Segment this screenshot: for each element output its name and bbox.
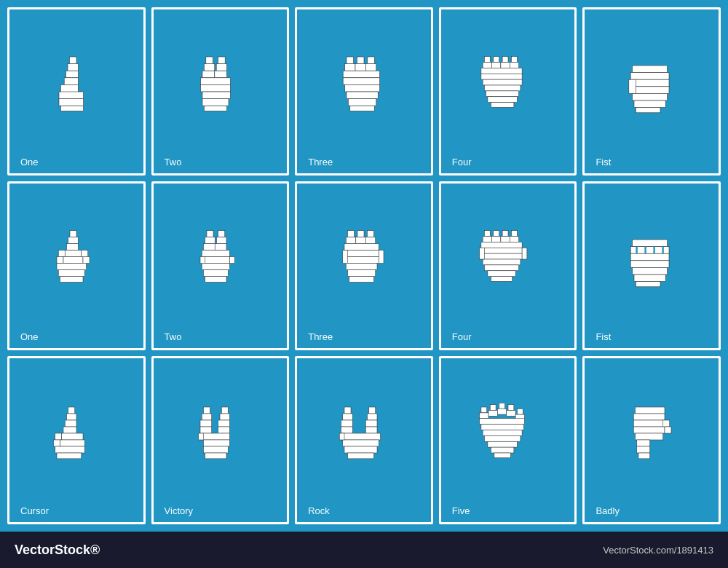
svg-rect-45 [486, 91, 518, 97]
svg-rect-159 [480, 407, 486, 413]
svg-rect-114 [630, 253, 669, 261]
svg-rect-10 [206, 57, 213, 64]
svg-rect-179 [633, 427, 665, 433]
svg-rect-36 [511, 56, 517, 62]
cell-victory-label: Victory [165, 505, 194, 516]
svg-rect-38 [491, 62, 500, 68]
svg-rect-144 [205, 453, 226, 459]
svg-rect-143 [204, 446, 229, 453]
svg-rect-51 [630, 86, 669, 93]
cell-three-point: Three [295, 7, 433, 175]
svg-rect-151 [365, 420, 377, 427]
svg-rect-183 [638, 453, 650, 459]
svg-rect-100 [491, 236, 500, 242]
cell-one-point-label: One [20, 157, 39, 167]
svg-rect-57 [68, 237, 79, 244]
cell-rock-label: Rock [308, 505, 330, 516]
svg-rect-46 [487, 96, 517, 102]
svg-rect-76 [202, 264, 230, 270]
svg-rect-87 [344, 244, 379, 251]
svg-rect-115 [630, 261, 669, 268]
svg-rect-44 [484, 85, 521, 91]
cell-victory: Victory [151, 356, 290, 524]
svg-rect-102 [510, 236, 518, 242]
svg-rect-3 [64, 77, 78, 84]
svg-rect-55 [629, 79, 636, 93]
svg-rect-167 [506, 411, 515, 417]
svg-rect-154 [341, 433, 380, 440]
svg-rect-47 [491, 102, 514, 107]
svg-rect-86 [365, 237, 376, 244]
cell-cursor-label: Cursor [20, 505, 49, 516]
svg-rect-147 [369, 407, 376, 414]
svg-rect-92 [349, 277, 374, 283]
svg-rect-126 [63, 427, 76, 433]
cell-badly-label: Badly [596, 505, 620, 516]
svg-rect-109 [491, 277, 512, 282]
svg-rect-41 [480, 68, 521, 74]
svg-rect-16 [201, 77, 231, 84]
svg-rect-174 [491, 447, 514, 453]
cell-four-back: Four [439, 181, 577, 350]
svg-rect-24 [345, 63, 355, 71]
svg-rect-40 [510, 62, 518, 68]
brand-name: VectorStock® [15, 543, 100, 558]
svg-rect-101 [500, 236, 509, 242]
svg-rect-58 [66, 244, 78, 251]
svg-rect-52 [633, 93, 668, 100]
svg-rect-75 [202, 257, 230, 264]
svg-rect-68 [207, 231, 213, 237]
hand-five-icon [452, 366, 564, 502]
svg-rect-131 [55, 446, 85, 453]
cell-fist-back-label: Fist [596, 331, 611, 342]
hand-rock-icon [308, 366, 420, 502]
svg-rect-103 [480, 242, 521, 248]
hand-badly-icon [596, 366, 708, 502]
cell-two-point-label: Two [165, 157, 182, 167]
svg-rect-90 [346, 264, 377, 270]
svg-rect-9 [60, 106, 83, 111]
svg-rect-50 [630, 79, 669, 87]
cell-two-back-label: Two [165, 331, 182, 342]
cell-rock: Rock [295, 356, 433, 524]
svg-rect-27 [343, 71, 379, 78]
svg-rect-152 [341, 427, 352, 433]
svg-rect-97 [502, 231, 508, 237]
cell-fist-point-label: Fist [596, 157, 611, 167]
cell-five-label: Five [452, 505, 470, 516]
svg-rect-89 [344, 257, 379, 264]
svg-rect-120 [645, 247, 646, 254]
svg-rect-67 [82, 251, 88, 257]
svg-rect-157 [347, 453, 373, 459]
hand-grid: One Two [7, 7, 721, 524]
svg-rect-34 [493, 56, 499, 62]
svg-rect-13 [217, 63, 227, 71]
svg-rect-177 [633, 414, 665, 420]
svg-rect-56 [70, 231, 76, 237]
svg-rect-125 [65, 420, 76, 427]
svg-rect-29 [345, 84, 380, 92]
cell-badly: Badly [582, 356, 721, 524]
svg-rect-88 [344, 251, 379, 257]
svg-rect-178 [633, 420, 665, 427]
hand-three-point-icon [308, 17, 420, 153]
svg-rect-18 [202, 92, 230, 99]
svg-rect-160 [490, 405, 496, 411]
hand-two-back-icon [165, 191, 277, 327]
svg-rect-98 [511, 231, 517, 237]
cell-four-back-label: Four [452, 331, 472, 342]
svg-rect-145 [199, 433, 204, 440]
svg-rect-95 [484, 231, 490, 237]
svg-rect-185 [665, 427, 671, 433]
svg-rect-169 [479, 419, 524, 425]
svg-rect-1 [68, 63, 78, 71]
svg-rect-129 [53, 440, 60, 446]
svg-rect-104 [480, 248, 521, 253]
svg-rect-140 [218, 427, 230, 433]
svg-rect-53 [634, 100, 665, 108]
svg-rect-20 [205, 106, 227, 111]
svg-rect-25 [355, 63, 365, 71]
svg-rect-150 [341, 420, 352, 427]
svg-rect-107 [484, 265, 518, 271]
svg-rect-93 [343, 251, 348, 264]
